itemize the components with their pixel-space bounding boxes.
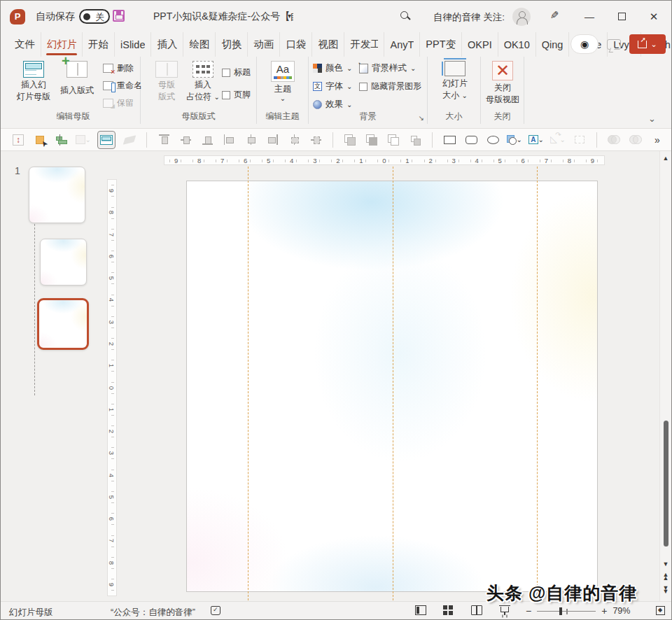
insert-slide-master-button[interactable]: 插入幻 灯片母版 <box>13 61 54 102</box>
pen-icon[interactable]: ✎ <box>550 9 559 22</box>
shapes-gallery-tool[interactable]: ⌄ <box>507 132 522 148</box>
ribbon-tab[interactable]: 绘图 <box>183 32 216 57</box>
close-master-view-button[interactable]: ✕ 关闭 母版视图 <box>482 61 523 105</box>
rectangle-shape-tool[interactable] <box>442 132 457 148</box>
align-bottom-tool[interactable] <box>200 132 215 148</box>
align-center-tool[interactable] <box>243 132 258 148</box>
ribbon-tab[interactable]: iSlide <box>115 32 151 57</box>
align-left-tool[interactable] <box>221 132 237 148</box>
hide-background-checkbox[interactable] <box>359 83 368 91</box>
ribbon-tab[interactable]: 插入 <box>151 32 183 57</box>
distribute-vertical-tool[interactable] <box>308 132 323 148</box>
guide-line[interactable] <box>537 167 538 600</box>
title-dropdown-icon[interactable]: ▾ <box>288 12 291 20</box>
format-painter-tool[interactable] <box>122 132 137 148</box>
bring-forward-tool[interactable] <box>342 132 358 148</box>
shape-format-tool[interactable]: ⌄ <box>550 132 566 148</box>
ribbon-tab[interactable]: Qing <box>536 32 570 57</box>
spellcheck-book-icon[interactable] <box>211 606 220 615</box>
intersect-shapes-tool[interactable] <box>628 132 643 148</box>
vertical-scrollbar[interactable]: ▲ ▼ ▲▲ ▼▼ <box>659 151 671 601</box>
align-top-tool[interactable] <box>156 132 172 148</box>
themes-button[interactable]: Aa 主题 ⌄ <box>262 61 303 101</box>
align-objects-tool[interactable] <box>54 132 69 148</box>
slide-sorter-view-icon[interactable] <box>443 605 454 615</box>
distribute-horizontal-tool[interactable] <box>286 132 302 148</box>
ribbon-tab[interactable]: OK10 <box>498 32 536 57</box>
guide-line[interactable] <box>393 167 393 600</box>
ribbon-tab[interactable]: 开发工具 <box>344 32 384 57</box>
layout-thumbnail-selected[interactable] <box>37 298 89 350</box>
zoom-slider[interactable] <box>537 606 596 616</box>
layout-thumbnail[interactable] <box>40 239 87 286</box>
align-right-tool[interactable] <box>265 132 280 148</box>
ribbon-tab[interactable]: OKPI <box>462 32 498 57</box>
ribbon-tab[interactable]: 口袋 <box>280 32 312 57</box>
guide-line[interactable] <box>248 167 248 600</box>
autosave-toggle[interactable]: 关 <box>79 9 110 24</box>
insert-layout-button[interactable]: 插入版式 <box>57 61 97 95</box>
theme-colors-button[interactable]: 颜色 ⌄ <box>313 62 352 74</box>
record-button[interactable]: ◉ <box>570 34 598 54</box>
title-checkbox-row[interactable]: 标题 <box>222 66 251 78</box>
master-slide-thumbnail[interactable] <box>29 167 85 223</box>
preserve-button[interactable]: 保留 <box>103 97 134 109</box>
theme-fonts-button[interactable]: 文 字体 ⌄ <box>313 80 352 92</box>
maximize-button[interactable] <box>606 1 638 32</box>
master-layout-button[interactable]: 母版 版式 <box>146 61 187 102</box>
save-icon[interactable] <box>113 10 125 22</box>
bring-to-front-tool[interactable] <box>386 132 401 148</box>
slide-layout-tool-selected[interactable] <box>97 131 115 149</box>
toolbar-overflow[interactable]: » <box>650 132 665 148</box>
account-text[interactable]: 自律的音律 关注: <box>433 11 505 24</box>
rename-button[interactable]: 重命名 <box>103 80 142 92</box>
search-icon[interactable] <box>400 10 411 22</box>
horizontal-ruler[interactable]: 9876543210123456789 <box>164 155 605 165</box>
edit-points-tool[interactable] <box>572 132 587 148</box>
select-object-tool[interactable] <box>32 132 48 148</box>
hide-background-graphics-row[interactable]: 隐藏背景图形 <box>359 80 421 92</box>
ellipse-shape-tool[interactable] <box>485 132 500 148</box>
textbox-tool[interactable]: A⌄ <box>528 132 544 148</box>
zoom-out-button[interactable]: − <box>526 605 531 617</box>
slide-size-button[interactable]: 幻灯片 大小 ⌄ <box>435 61 475 101</box>
comments-icon[interactable] <box>607 39 621 50</box>
scroll-up-icon[interactable]: ▲ <box>660 155 671 162</box>
ribbon-tab[interactable]: 动画 <box>248 32 280 57</box>
avatar[interactable] <box>512 8 531 26</box>
send-to-back-tool[interactable] <box>407 132 423 148</box>
reading-view-icon[interactable] <box>471 605 482 615</box>
document-title[interactable]: PPT小知识&疑难杂症-公众号【自律... <box>153 10 293 23</box>
ribbon-tab[interactable]: 开始 <box>83 32 115 57</box>
background-styles-button[interactable]: 背景样式 ⌄ <box>359 62 416 74</box>
dialog-launcher-icon[interactable]: ↘ <box>419 114 424 122</box>
fit-slide-to-window-icon[interactable] <box>656 606 665 615</box>
ribbon-tab[interactable]: 切换 <box>216 32 248 57</box>
footer-checkbox-row[interactable]: 页脚 <box>222 89 251 101</box>
vertical-ruler[interactable]: 9876543210123456789 <box>107 179 117 596</box>
zoom-in-button[interactable]: + <box>601 605 607 617</box>
title-checkbox[interactable] <box>222 69 230 77</box>
scroll-down-icon[interactable]: ▼ <box>660 561 671 568</box>
ribbon-tab[interactable]: PPT变 <box>420 32 462 57</box>
send-backward-tool[interactable] <box>364 132 379 148</box>
slideshow-view-icon[interactable] <box>499 605 510 615</box>
minimize-button[interactable]: — <box>573 1 606 32</box>
insert-placeholder-button[interactable]: 插入 占位符 ⌄ <box>183 61 223 102</box>
delete-button[interactable]: 删除 <box>103 62 134 74</box>
theme-effects-button[interactable]: 效果 ⌄ <box>313 99 352 111</box>
scrollbar-thumb[interactable] <box>664 421 668 547</box>
placeholder-dropdown-tool[interactable]: ⌄ <box>76 132 91 148</box>
share-button[interactable]: ⌄ <box>629 34 666 54</box>
vertical-spacing-tool[interactable]: ↕ <box>10 132 26 148</box>
zoom-percent[interactable]: 79% <box>612 606 630 616</box>
align-middle-tool[interactable] <box>178 132 193 148</box>
zoom-slider-thumb[interactable] <box>559 607 562 615</box>
ribbon-tab[interactable]: AnyT <box>384 32 420 57</box>
merge-shapes-tool[interactable] <box>606 132 622 148</box>
collapse-ribbon-icon[interactable]: ⌄ <box>648 113 656 124</box>
footer-checkbox[interactable] <box>222 91 230 99</box>
rounded-rectangle-shape-tool[interactable] <box>463 132 479 148</box>
normal-view-icon[interactable] <box>415 605 426 615</box>
ribbon-tab[interactable]: 视图 <box>312 32 344 57</box>
